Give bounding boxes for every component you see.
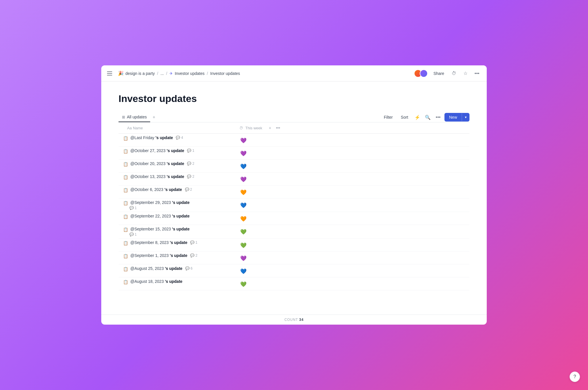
- project-icon: ✈: [169, 71, 173, 76]
- row-heart-emoji: 💚: [239, 228, 247, 236]
- row-name-text: @October 20, 2023's update💬 2: [130, 161, 194, 166]
- row-doc-icon: 📋: [123, 254, 128, 258]
- row-bold-part: 's update: [165, 266, 182, 271]
- breadcrumb-sep-1: /: [157, 71, 158, 76]
- row-name-text: @September 15, 2023's update: [130, 227, 190, 231]
- sort-button[interactable]: Sort: [398, 113, 411, 121]
- row-bold-part: 's update: [172, 214, 190, 218]
- table-row[interactable]: 📋@Last Friday's update💬 4💜: [119, 134, 469, 147]
- col-actions: + •••: [267, 125, 281, 131]
- row-name-col: 📋@August 18, 2023's update: [119, 279, 239, 284]
- table-row[interactable]: 📋@September 15, 2023's update💬 1💚: [119, 225, 469, 238]
- table-row[interactable]: 📋@October 27, 2023's update💬 1💜: [119, 147, 469, 160]
- row-name-col: 📋@Last Friday's update💬 4: [119, 135, 239, 141]
- col-options-icon[interactable]: •••: [275, 125, 281, 131]
- row-name-text: @October 13, 2023's update💬 2: [130, 174, 194, 179]
- table-row[interactable]: 📋@September 1, 2023's update💬 2💜: [119, 251, 469, 264]
- row-at-part: @September 8, 2023: [130, 240, 169, 245]
- workspace-name[interactable]: design is a party: [125, 71, 155, 76]
- row-doc-icon: 📋: [123, 162, 128, 166]
- lightning-icon[interactable]: ⚡: [413, 113, 421, 121]
- table-row[interactable]: 📋@August 25, 2023's update💬 6💙: [119, 264, 469, 277]
- menu-icon[interactable]: [107, 69, 115, 77]
- footer: COUNT 34: [101, 315, 487, 325]
- comment-badge: 💬 2: [190, 253, 197, 258]
- table-row[interactable]: 📋@October 20, 2023's update💬 2💙: [119, 160, 469, 173]
- row-at-part: @September 22, 2023: [130, 214, 171, 218]
- row-name-col: 📋@October 20, 2023's update💬 2: [119, 161, 239, 166]
- share-button[interactable]: Share: [431, 70, 446, 77]
- table-row[interactable]: 📋@September 29, 2023's update💬 1💙: [119, 198, 469, 212]
- new-button-label: New: [444, 113, 462, 122]
- comment-badge: 💬 2: [185, 188, 192, 192]
- row-heart-emoji: 💙: [239, 162, 247, 171]
- row-name-text: @October 27, 2023's update💬 1: [130, 148, 194, 153]
- comment-badge: 💬 2: [187, 175, 194, 179]
- row-name-text: @October 6, 2023's update💬 2: [130, 187, 192, 192]
- row-doc-icon: 📋: [123, 214, 128, 219]
- breadcrumb-ellipsis[interactable]: ...: [161, 71, 164, 76]
- row-doc-icon: 📋: [123, 188, 128, 192]
- comment-badge: 💬 2: [187, 162, 194, 166]
- table-row[interactable]: 📋@October 6, 2023's update💬 2🧡: [119, 185, 469, 198]
- tab-all-updates[interactable]: ⊞ All updates: [119, 112, 150, 122]
- footer-count-label: COUNT: [285, 318, 298, 322]
- row-at-part: @September 1, 2023: [130, 253, 169, 258]
- topbar: 🎉 design is a party / ... / ✈ Investor u…: [101, 65, 487, 82]
- comment-badge: 💬 4: [176, 136, 183, 140]
- row-bold-part: 's update: [155, 135, 173, 140]
- help-button[interactable]: ?: [570, 372, 580, 382]
- table-rows: 📋@Last Friday's update💬 4💜📋@October 27, …: [119, 134, 469, 290]
- row-bold-part: 's update: [170, 253, 187, 258]
- row-doc-icon: 📋: [123, 280, 128, 284]
- row-bold-part: 's update: [167, 148, 184, 153]
- topbar-right: Share ⏱ ☆ •••: [414, 69, 481, 77]
- row-doc-icon: 📋: [123, 175, 128, 179]
- col-name-label: Name: [133, 126, 143, 130]
- comment-badge: 💬 1: [190, 241, 197, 245]
- filter-button[interactable]: Filter: [381, 113, 396, 121]
- page-breadcrumb[interactable]: Investor updates: [210, 71, 240, 76]
- row-week-col: 💜: [239, 174, 469, 183]
- more-options-icon[interactable]: •••: [473, 69, 481, 77]
- search-icon[interactable]: 🔍: [424, 113, 432, 121]
- row-heart-emoji: 💙: [239, 201, 247, 209]
- row-extra-comment: 💬 1: [123, 206, 239, 210]
- row-heart-emoji: 🧡: [239, 215, 247, 223]
- new-button[interactable]: New ▾: [444, 113, 469, 122]
- history-icon[interactable]: ⏱: [450, 69, 458, 77]
- table-row[interactable]: 📋@September 22, 2023's update🧡: [119, 212, 469, 225]
- tabs-left: ⊞ All updates +: [119, 112, 158, 122]
- table-row[interactable]: 📋@August 18, 2023's update💚: [119, 277, 469, 290]
- table-row[interactable]: 📋@September 8, 2023's update💬 1💚: [119, 238, 469, 251]
- row-doc-icon: 📋: [123, 149, 128, 154]
- table-header: Aa Name ⏱ This week + •••: [119, 122, 469, 134]
- table-row[interactable]: 📋@October 13, 2023's update💬 2💜: [119, 173, 469, 185]
- row-heart-emoji: 🧡: [239, 188, 247, 196]
- row-at-part: @August 25, 2023: [130, 266, 164, 271]
- breadcrumb-sep-2: /: [166, 71, 167, 76]
- project-name[interactable]: Investor updates: [175, 71, 205, 76]
- tabs-right: Filter Sort ⚡ 🔍 ••• New ▾: [381, 113, 469, 122]
- col-add-icon[interactable]: +: [267, 125, 273, 131]
- row-heart-emoji: 💜: [239, 254, 247, 262]
- row-bold-part: 's update: [170, 240, 187, 245]
- table-more-icon[interactable]: •••: [434, 113, 442, 121]
- col-this-week-header: ⏱ This week + •••: [239, 125, 469, 131]
- col-name-prefix: Aa: [127, 126, 132, 130]
- row-doc-icon: 📋: [123, 227, 128, 232]
- add-view-button[interactable]: +: [150, 113, 158, 121]
- row-week-col: 💙: [239, 161, 469, 171]
- star-icon[interactable]: ☆: [461, 69, 469, 77]
- row-heart-emoji: 💜: [239, 149, 247, 158]
- row-name-col: 📋@September 1, 2023's update💬 2: [119, 253, 239, 258]
- main-content: Investor updates ⊞ All updates + Filter …: [101, 82, 487, 315]
- row-bold-part: 's update: [165, 187, 182, 192]
- row-name-col: 📋@September 29, 2023's update💬 1: [119, 200, 239, 210]
- row-name-text: @September 22, 2023's update: [130, 214, 190, 218]
- topbar-left: 🎉 design is a party / ... / ✈ Investor u…: [107, 69, 240, 77]
- row-at-part: @August 18, 2023: [130, 279, 164, 284]
- row-doc-icon: 📋: [123, 241, 128, 245]
- row-week-col: 💙: [239, 200, 469, 209]
- col-this-week-icon: ⏱: [239, 126, 243, 130]
